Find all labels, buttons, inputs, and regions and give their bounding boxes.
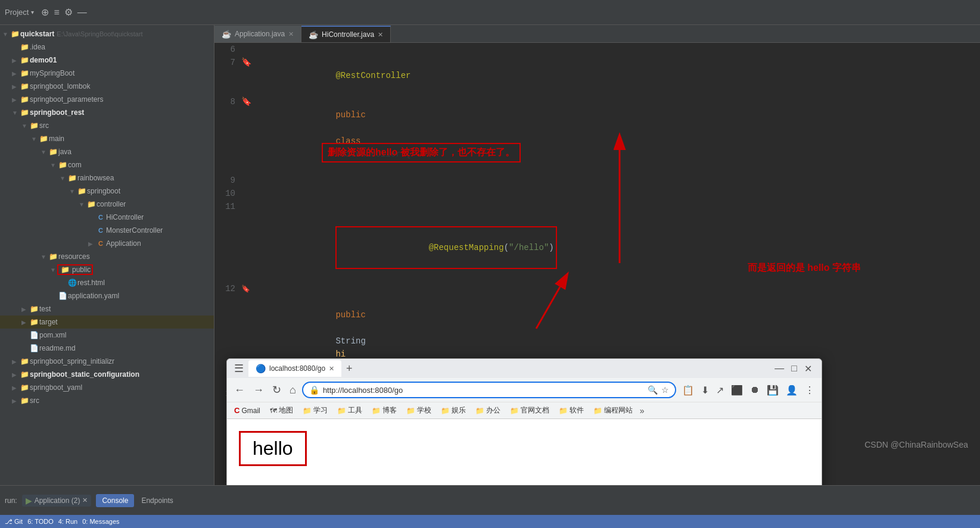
git-status[interactable]: ⎇ Git (5, 518, 23, 526)
run-text: run: (5, 496, 17, 505)
gutter-icon: 🔖 (241, 58, 251, 67)
browser-forward-button[interactable]: → (251, 383, 266, 398)
line-number: 11 (214, 200, 241, 282)
sidebar-item-quickstart-root[interactable]: ▼ 📁 quickstart E:\Java\SpringBoot\quicks… (0, 27, 214, 40)
sidebar-item-test[interactable]: ▶ 📁 test (0, 302, 214, 315)
minimize-icon[interactable]: — (77, 7, 87, 18)
run-status[interactable]: 4: Run (58, 518, 77, 525)
code-line-7: 7 🔖 @RestController (214, 56, 980, 95)
browser-back-button[interactable]: ← (232, 383, 247, 398)
bookmark-tools[interactable]: 📁 工具 (335, 404, 365, 417)
folder-icon: 📁 (29, 305, 39, 313)
project-label[interactable]: Project ▾ (5, 8, 34, 17)
browser-record-icon[interactable]: ⏺ (748, 382, 762, 398)
browser-extension-icon[interactable]: ⬛ (729, 382, 745, 398)
sidebar-item-public[interactable]: ▼ 📁 public (0, 263, 214, 276)
sidebar-item-label: pom.xml (39, 331, 66, 339)
sidebar-item-controller[interactable]: ▼ 📁 controller (0, 198, 214, 211)
bookmark-blog[interactable]: 📁 博客 (369, 404, 399, 417)
browser-menu-icon[interactable]: ⋮ (802, 382, 817, 398)
app-run-item[interactable]: ▶ Application (2) ✕ (22, 495, 92, 507)
browser-minimize-button[interactable]: — (772, 361, 786, 377)
console-tab[interactable]: Console (96, 494, 134, 507)
code-container[interactable]: 删除资源的hello 被我删除了，也不存在了。 而是返回的是 hello 字符串 (214, 43, 980, 485)
bookmark-office[interactable]: 📁 办公 (473, 404, 503, 417)
sidebar-item-springboot-parameters[interactable]: ▶ 📁 springboot_parameters (0, 93, 214, 106)
arrow-icon: ▶ (12, 57, 19, 64)
sidebar-item-springboot[interactable]: ▼ 📁 springboot (0, 185, 214, 198)
sidebar-item-src[interactable]: ▼ 📁 src (0, 119, 214, 132)
browser-save-icon[interactable]: 💾 (764, 382, 781, 398)
browser-url-bar[interactable]: 🔒 http://localhost:8080/go 🔍 ☆ (302, 382, 676, 398)
browser-profile-icon[interactable]: 👤 (783, 382, 800, 398)
browser-new-tab-button[interactable]: + (344, 363, 355, 375)
project-dropdown-arrow: ▾ (31, 9, 34, 15)
browser-copy-icon[interactable]: 📋 (680, 382, 696, 398)
sidebar-item-application[interactable]: ▶ C Application (0, 237, 214, 250)
bookmark-gmail[interactable]: C Gmail (232, 405, 263, 416)
status-bar: ⎇ Git 6: TODO 4: Run 0: Messages (0, 515, 980, 528)
line-code (253, 174, 980, 187)
settings-icon[interactable]: ⚙ (64, 7, 73, 18)
sidebar-item-com[interactable]: ▼ 📁 com (0, 158, 214, 171)
browser-reload-button[interactable]: ↻ (270, 382, 284, 398)
browser-search-icon[interactable]: 🔍 (648, 385, 658, 395)
tab-close-button[interactable]: ✕ (288, 30, 294, 38)
sidebar-item-springboot-rest[interactable]: ▼ 📁 springboot_rest (0, 106, 214, 119)
sidebar-item-demo01[interactable]: ▶ 📁 demo01 (0, 54, 214, 67)
browser-share-icon[interactable]: ↗ (714, 382, 726, 398)
sidebar-item-springboot-static-configuration[interactable]: ▶ 📁 springboot_static_configuration (0, 368, 214, 381)
bookmark-entertainment[interactable]: 📁 娱乐 (438, 404, 468, 417)
browser-home-button[interactable]: ⌂ (287, 383, 298, 398)
bookmarks-more-icon[interactable]: » (640, 406, 645, 415)
tab-close-button[interactable]: ✕ (378, 31, 383, 39)
bookmark-programming[interactable]: 📁 编程网站 (591, 404, 635, 417)
sidebar-item-java[interactable]: ▼ 📁 java (0, 145, 214, 158)
run-app-icon: ▶ (26, 496, 32, 505)
browser-window-controls: — □ ✕ (770, 361, 817, 377)
browser-close-button[interactable]: ✕ (802, 361, 814, 377)
sidebar-item-readme[interactable]: 📄 readme.md (0, 342, 214, 355)
sidebar-item-springboot-spring-initializr[interactable]: ▶ 📁 springboot_spring_initializr (0, 355, 214, 368)
browser-tab-close[interactable]: ✕ (329, 365, 334, 373)
layout-icon[interactable]: ≡ (54, 7, 59, 18)
sidebar-item-springboot-yaml[interactable]: ▶ 📁 springboot_yaml (0, 381, 214, 394)
bookmark-official-docs[interactable]: 📁 官网文档 (508, 404, 552, 417)
sidebar-item-main[interactable]: ▼ 📁 main (0, 132, 214, 145)
arrow-icon: ▼ (60, 175, 67, 182)
bookmark-software[interactable]: 📁 软件 (556, 404, 586, 417)
browser-download-icon[interactable]: ⬇ (699, 382, 711, 398)
sidebar-item-hicontroller[interactable]: C HiController (0, 211, 214, 224)
sidebar-item-pom-xml[interactable]: 📄 pom.xml (0, 329, 214, 342)
bookmark-maps[interactable]: 🗺 地图 (267, 404, 295, 417)
endpoints-tab[interactable]: Endpoints (135, 494, 179, 507)
tab-application-java[interactable]: ☕ Application.java ✕ (214, 26, 301, 42)
tab-hicontroller-java[interactable]: ☕ HiController.java ✕ (301, 26, 391, 42)
sidebar-item-monstercontroller[interactable]: C MonsterController (0, 224, 214, 237)
bookmark-label: 娱乐 (452, 405, 466, 415)
bookmark-school[interactable]: 📁 学校 (404, 404, 434, 417)
sidebar-item-rest-html[interactable]: 🌐 rest.html (0, 276, 214, 289)
browser-bookmark-star-icon[interactable]: ☆ (661, 385, 669, 395)
sidebar-item-target[interactable]: ▶ 📁 target (0, 315, 214, 329)
browser-maximize-button[interactable]: □ (789, 361, 799, 377)
bookmark-study[interactable]: 📁 学习 (300, 404, 330, 417)
todo-status[interactable]: 6: TODO (27, 518, 54, 525)
sidebar-item-idea[interactable]: 📁 .idea (0, 40, 214, 54)
app-run-close[interactable]: ✕ (82, 496, 88, 504)
arrow-icon: ▼ (31, 136, 38, 142)
sidebar-item-resources[interactable]: ▼ 📁 resources (0, 250, 214, 263)
sidebar-item-application-yaml[interactable]: 📄 application.yaml (0, 289, 214, 302)
sidebar-item-rainbowsea[interactable]: ▼ 📁 rainbowsea (0, 171, 214, 185)
folder-icon: 📁 (48, 148, 58, 156)
sidebar-item-src2[interactable]: ▶ 📁 src (0, 394, 214, 407)
browser-tab-active[interactable]: 🔵 localhost:8080/go ✕ (248, 360, 341, 377)
scope-icon[interactable]: ⊕ (41, 7, 49, 18)
sidebar-item-myspringboot[interactable]: ▶ 📁 mySpringBoot (0, 67, 214, 80)
folder-bookmark-icon: 📁 (337, 407, 346, 415)
string-literal: "/hello" (509, 243, 549, 252)
messages-status[interactable]: 0: Messages (82, 518, 119, 525)
arrow-icon: ▶ (12, 398, 19, 404)
browser-tab-list-icon[interactable]: ☰ (232, 360, 246, 377)
sidebar-item-springboot-lombok[interactable]: ▶ 📁 springboot_lombok (0, 80, 214, 93)
